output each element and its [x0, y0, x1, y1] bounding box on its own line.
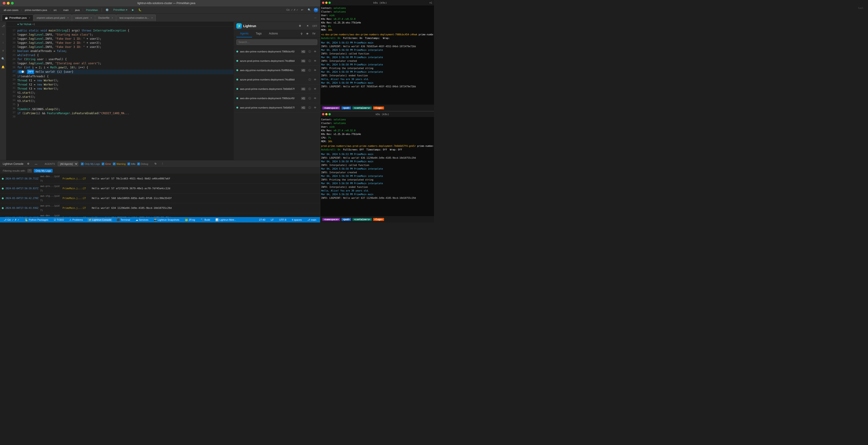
filter-only-my[interactable]: ✓ Only My Logs	[81, 162, 100, 165]
sidebar-icon-git[interactable]: ⎇	[1, 24, 5, 28]
tab-close-primemain[interactable]: ×	[29, 17, 30, 19]
maximize-button[interactable]	[11, 2, 14, 5]
src-breadcrumb[interactable]: src	[52, 8, 59, 12]
search-button[interactable]: 🔍	[306, 8, 313, 12]
debug-button[interactable]: 🐛	[136, 8, 144, 12]
sidebar-icon-structure[interactable]: ≡	[1, 48, 5, 53]
k9s-label-containers[interactable]: <containers>	[352, 107, 372, 110]
tab-onprem[interactable]: onprem-values-prod.yaml ×	[34, 14, 72, 21]
agent-eye-btn[interactable]: 👁	[313, 77, 317, 82]
console-menu[interactable]: ⋮	[159, 161, 165, 166]
console-close[interactable]: —	[33, 162, 39, 166]
log-row[interactable]: 2024-03-04T17:56:39.837Z aws-pro...(pid …	[0, 184, 320, 194]
k9s-minimize[interactable]	[325, 2, 328, 4]
tab-dockerfile[interactable]: Dockerfile ×	[95, 14, 116, 21]
log-row[interactable]: 2024-03-04T17:56:43.951Z aws-dev...(pid …	[0, 213, 320, 217]
lightrun-user[interactable]: TY	[310, 30, 317, 37]
search-input[interactable]	[237, 39, 317, 45]
k9s-label-logs[interactable]: <logs>	[373, 107, 384, 110]
agents-select[interactable]: [All Agents]	[58, 161, 78, 166]
status-services[interactable]: ☁ Services	[135, 218, 149, 221]
agent-eye-btn[interactable]: 👁	[313, 96, 317, 100]
filter-info[interactable]: ✓ Info	[127, 162, 135, 165]
tab-agents[interactable]: Agents	[237, 30, 252, 37]
agent-info-btn[interactable]: ⓘ	[307, 68, 312, 72]
agent-item[interactable]: azure-prod-prime-numbers-deployment-74cd…	[234, 75, 320, 84]
main-breadcrumb[interactable]: main	[61, 8, 70, 12]
agent-info-btn[interactable]: ⓘ	[307, 87, 312, 91]
sidebar-icon-pull[interactable]: ↓	[1, 40, 5, 45]
agent-item[interactable]: azure-prod-prime-numbers-deployment-74cd…	[234, 56, 320, 66]
k9s-label-namespace[interactable]: <namespace>	[322, 218, 340, 221]
tab-tags[interactable]: Tags	[252, 30, 265, 37]
k9s-label-containers[interactable]: <containers>	[352, 218, 372, 221]
close-button[interactable]	[3, 2, 5, 5]
k9s-label-pod[interactable]: <pod>	[341, 218, 351, 221]
settings-circle[interactable]: TY	[314, 8, 318, 12]
tab-close-onprem[interactable]: ×	[67, 17, 69, 19]
agent-item[interactable]: aws-stg-prime-numbers-deployment-764ff66…	[234, 66, 320, 75]
tab-values[interactable]: values.yaml ×	[72, 14, 95, 21]
k9s-label-namespace[interactable]: <namespace>	[322, 107, 340, 110]
agent-eye-btn[interactable]: 👁	[313, 49, 317, 54]
undo-button[interactable]: ↩	[299, 8, 305, 12]
k9s-maximize[interactable]	[329, 2, 331, 4]
log-row[interactable]: 2024-03-04T17:56:39.711Z aws-dev...(pid …	[0, 174, 320, 184]
agent-eye-btn[interactable]: 👁	[313, 87, 317, 91]
status-lightrun-console[interactable]: ⚡ Lightrun Console	[88, 218, 112, 221]
status-problems[interactable]: ⚠ Problems	[68, 218, 84, 221]
filter-debug[interactable]: ✓ Debug	[137, 162, 148, 165]
agent-item[interactable]: aws-prod-prime-numbers-deployment-7b6b6b…	[234, 84, 320, 94]
agent-info-btn[interactable]: ⓘ	[307, 77, 312, 82]
k9s-label-logs[interactable]: <logs>	[373, 218, 384, 221]
tab-close-snapshot[interactable]: ×	[151, 17, 153, 19]
lightrun-close[interactable]: ✕	[305, 24, 310, 28]
log-row[interactable]: 2024-03-04T17:56:43.936Z aws-pro...(pid …	[0, 203, 320, 213]
agent-eye-btn[interactable]: 👁	[313, 105, 317, 110]
status-snapshots[interactable]: 📸 Lightrun Snapshots	[153, 218, 180, 221]
filter-tag-value[interactable]: ""	[27, 169, 32, 173]
all-use-cases-breadcrumb[interactable]: all-use-cases	[2, 8, 20, 12]
filter-active-label[interactable]: Only My Logs	[34, 169, 53, 173]
tab-actions[interactable]: Actions	[265, 30, 281, 37]
status-terminal[interactable]: ⬛ Terminal	[116, 218, 131, 221]
k9s-label-pod[interactable]: <pod>	[341, 107, 351, 110]
lightrun-eye[interactable]: 👁	[304, 30, 310, 37]
agent-item[interactable]: aws-dev-prime-numbers-deployment-7988cbc…	[234, 94, 320, 103]
prime-main-dropdown[interactable]: PrimeMain ▾	[112, 8, 129, 12]
agent-info-btn[interactable]: ⓘ	[307, 96, 312, 100]
tab-snapshot[interactable]: test-snapshot-creation-lo... ×	[117, 14, 156, 21]
agent-item[interactable]: aws-dev-prime-numbers-deployment-7988cbc…	[234, 47, 320, 56]
status-build[interactable]: 🔨 Build	[200, 218, 211, 221]
sidebar-icon-notifications[interactable]: 🔔	[1, 65, 5, 69]
filter-warning[interactable]: ✓ Warning	[113, 162, 126, 165]
run-button[interactable]: ⚙️	[104, 8, 111, 12]
status-lightrun-metr[interactable]: 📊 Lightrun Metr...	[215, 218, 237, 221]
minimize-button[interactable]	[7, 2, 9, 5]
agent-item[interactable]: aws-prod-prime-numbers-deployment-7b6b6b…	[234, 103, 320, 112]
agent-info-btn[interactable]: ⓘ	[307, 105, 312, 110]
tab-primemain[interactable]: ☕ PrimeMain.java ×	[2, 14, 33, 21]
tab-close-values[interactable]: ×	[91, 17, 92, 19]
primemain-breadcrumb[interactable]: PrimeMain	[84, 8, 100, 12]
sidebar-icon-findings[interactable]: 🔍	[1, 57, 5, 61]
agent-info-btn[interactable]: ⓘ	[307, 59, 312, 63]
log-row[interactable]: 2024-03-04T17:56:42.270Z aws-stg...(pid …	[0, 194, 320, 203]
play-button[interactable]: ▶	[130, 8, 135, 12]
tab-close-dockerfile[interactable]: ×	[112, 17, 113, 19]
status-branch[interactable]: ⎇ main	[306, 218, 317, 221]
lightrun-filter[interactable]: ⚲	[299, 30, 304, 37]
k9s-close[interactable]	[322, 2, 324, 4]
k9s-b-minimize[interactable]	[325, 113, 328, 115]
k9s-b-close[interactable]	[322, 113, 324, 115]
java-breadcrumb[interactable]: java	[73, 8, 82, 12]
console-settings[interactable]: ⚙	[25, 161, 31, 166]
status-todo[interactable]: ☑ TODO	[53, 218, 65, 221]
sidebar-icon-commit[interactable]: ○	[1, 32, 5, 36]
status-jfrog[interactable]: 🐸 JFrog	[184, 218, 196, 221]
agent-eye-btn[interactable]: 👁	[313, 68, 317, 72]
agent-eye-btn[interactable]: 👁	[313, 59, 317, 63]
console-refresh[interactable]: ↻	[153, 161, 158, 166]
status-python[interactable]: 🐍 Python Packages	[24, 218, 49, 221]
lightrun-settings[interactable]: ⚙	[297, 24, 303, 28]
